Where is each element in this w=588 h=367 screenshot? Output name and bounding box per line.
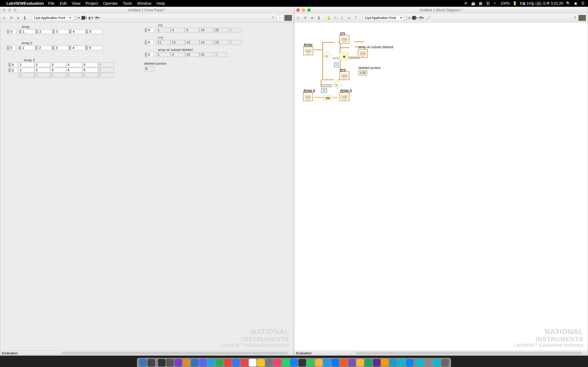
- dock-app-icon[interactable]: [147, 359, 155, 367]
- icon-pane-grid[interactable]: [277, 15, 284, 21]
- spotlight-icon[interactable]: 🔍: [566, 1, 571, 6]
- dock-app-icon[interactable]: [139, 359, 147, 367]
- cell-spin-up[interactable]: ▲: [35, 46, 37, 48]
- bd-array2-control[interactable]: [123]: [303, 92, 313, 101]
- battery-icon[interactable]: 🔋: [512, 1, 517, 6]
- array3-cell[interactable]: 4: [66, 63, 82, 67]
- subset-idx-down[interactable]: ▼: [145, 55, 147, 57]
- cell-spin-down[interactable]: ▼: [52, 48, 54, 50]
- array2-idx-down[interactable]: ▼: [7, 48, 9, 50]
- menu-file[interactable]: File: [48, 1, 54, 6]
- highlight-execution-button[interactable]: 💡: [326, 15, 331, 20]
- bd-abort-button[interactable]: ●: [310, 15, 315, 20]
- array3-cell[interactable]: 3: [50, 63, 66, 67]
- array-idx-up[interactable]: ▲: [7, 30, 9, 32]
- bd-pause-button[interactable]: ∥: [316, 15, 321, 20]
- array2-index[interactable]: 0: [9, 45, 16, 50]
- icon-pane-vi-icon[interactable]: [284, 15, 292, 21]
- bd-array3-indicator[interactable]: [123]: [339, 92, 349, 101]
- array-cell[interactable]: 4: [71, 29, 86, 34]
- bd-subset-indicator[interactable]: [123]: [358, 49, 368, 58]
- array3-cell[interactable]: 1: [18, 68, 34, 72]
- constant-2[interactable]: 2: [334, 63, 338, 67]
- menu-window[interactable]: Window: [137, 1, 151, 6]
- bd-hscrollbar[interactable]: [355, 352, 582, 355]
- dock-app-icon[interactable]: [191, 359, 199, 367]
- dock-app-icon[interactable]: [158, 359, 165, 367]
- bd-zoom-button[interactable]: [307, 8, 311, 12]
- array-cell[interactable]: 3: [54, 46, 69, 50]
- array-cell[interactable]: 2: [38, 46, 52, 50]
- retain-wire-values-button[interactable]: ⎌: [333, 15, 338, 20]
- subset-idx-up[interactable]: ▲: [145, 52, 147, 55]
- dock-app-icon[interactable]: [249, 359, 257, 367]
- array3-cell[interactable]: 5: [82, 63, 98, 67]
- step-into-button[interactable]: ⤵: [339, 15, 345, 20]
- cell-spin-up[interactable]: ▲: [19, 46, 21, 48]
- xtimesy-index[interactable]: 0: [147, 28, 154, 33]
- cell-spin-down[interactable]: ▼: [86, 48, 87, 50]
- block-diagram-canvas[interactable]: Array [123] x*y [123] ▷ ▦ 2 array w/ sub…: [294, 23, 588, 351]
- dock-app-icon[interactable]: [274, 359, 281, 367]
- menu-project[interactable]: Project: [86, 1, 98, 6]
- dock-app-icon[interactable]: [199, 359, 207, 367]
- xtimesy-idx-down[interactable]: ▼: [145, 30, 147, 32]
- dock-app-icon[interactable]: [398, 359, 405, 367]
- xplusy-index[interactable]: 0: [147, 40, 154, 45]
- bd-reorder-menu[interactable]: ⬒▾: [419, 15, 424, 20]
- bd-font-dropdown[interactable]: 11pt Application Font ▼: [363, 15, 404, 21]
- cell-spin-down[interactable]: ▼: [19, 48, 21, 50]
- array3-rowidx-down[interactable]: ▼: [9, 65, 10, 67]
- control-center-icon[interactable]: ☰: [581, 1, 585, 6]
- dock-app-icon[interactable]: [389, 359, 397, 367]
- bd-deleted-indicator[interactable]: 1.23: [358, 70, 367, 75]
- dock-app-icon[interactable]: [216, 359, 223, 367]
- pause-button[interactable]: ∥: [22, 15, 27, 20]
- xplusy-idx-up[interactable]: ▲: [145, 40, 147, 42]
- array-cell[interactable]: 3: [55, 29, 69, 34]
- array-cell[interactable]: 5: [88, 29, 103, 34]
- run-button[interactable]: ▷: [2, 15, 7, 20]
- menu-edit[interactable]: Edit: [60, 1, 67, 6]
- wifi-icon[interactable]: ᯤ: [493, 1, 498, 6]
- cell-spin-up[interactable]: ▲: [36, 30, 38, 32]
- dock-app-icon[interactable]: [348, 359, 356, 367]
- status-icon-1[interactable]: ⟳: [464, 1, 468, 6]
- cell-spin-down[interactable]: ▼: [86, 32, 88, 34]
- array3-cell[interactable]: 2: [34, 63, 50, 67]
- cell-spin-down[interactable]: ▼: [52, 32, 54, 34]
- dock-app-icon[interactable]: [331, 359, 339, 367]
- dock-app-icon[interactable]: [433, 359, 441, 367]
- array2-idx-up[interactable]: ▲: [7, 46, 9, 48]
- subset-index[interactable]: 0: [147, 52, 154, 57]
- cell-spin-down[interactable]: ▼: [36, 32, 38, 34]
- xtimesy-idx-up[interactable]: ▲: [145, 28, 147, 30]
- menu-tools[interactable]: Tools: [123, 1, 132, 6]
- cell-spin-up[interactable]: ▲: [86, 46, 87, 48]
- dock-app-icon[interactable]: [208, 359, 215, 367]
- dock-app-icon[interactable]: [224, 359, 232, 367]
- cell-spin-down[interactable]: ▼: [35, 48, 37, 50]
- dock-app-icon[interactable]: [406, 359, 414, 367]
- step-over-button[interactable]: ⤼: [346, 15, 351, 20]
- dock-app-icon[interactable]: [315, 359, 323, 367]
- cell-spin-down[interactable]: ▼: [19, 32, 21, 34]
- block-diagram-titlebar[interactable]: Untitled 1 Block Diagram *: [294, 7, 588, 13]
- dock-app-icon[interactable]: [340, 359, 347, 367]
- app-name[interactable]: LabVIEWEvaluation: [6, 1, 44, 6]
- run-continuous-button[interactable]: ⟳: [9, 15, 14, 20]
- coffee-icon[interactable]: ☕: [471, 1, 476, 6]
- front-panel-titlebar[interactable]: Untitled 1 Front Panel *: [0, 7, 294, 13]
- siri-icon[interactable]: ◉: [573, 1, 578, 6]
- ime-icon[interactable]: 한: [486, 1, 490, 6]
- dock-app-icon[interactable]: [425, 359, 432, 367]
- bd-icon-pane[interactable]: [578, 15, 586, 21]
- bd-xpy-indicator[interactable]: [123]: [339, 71, 349, 80]
- array3-cell[interactable]: 1: [18, 63, 34, 67]
- array3-rowidx-up[interactable]: ▲: [9, 63, 10, 65]
- array3-col-index[interactable]: 0: [11, 68, 17, 73]
- array-cell[interactable]: 1: [21, 46, 35, 50]
- cell-spin-up[interactable]: ▲: [52, 30, 54, 32]
- array-idx-down[interactable]: ▼: [7, 32, 9, 34]
- array-cell[interactable]: 4: [71, 46, 86, 50]
